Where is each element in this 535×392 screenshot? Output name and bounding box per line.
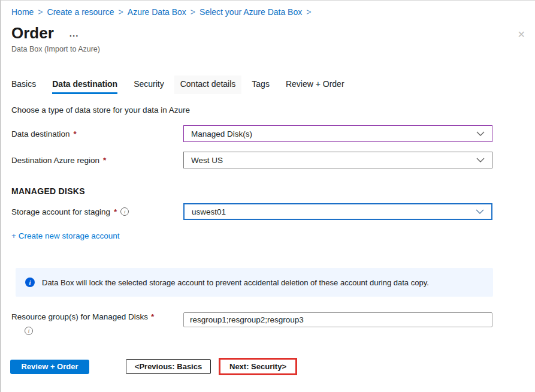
previous-basics-button[interactable]: <Previous: Basics	[126, 359, 211, 374]
dropdown-value: Managed Disk(s)	[191, 129, 252, 138]
page-title: Order	[11, 24, 54, 42]
region-row: Destination Azure region * West US	[11, 152, 535, 168]
region-label: Destination Azure region *	[11, 156, 183, 165]
resource-groups-row: Resource group(s) for Managed Disks * i	[11, 312, 535, 335]
next-security-button[interactable]: Next: Security>	[219, 358, 297, 375]
chevron-down-icon	[476, 209, 484, 214]
intro-text: Choose a type of data store for your dat…	[11, 105, 535, 114]
region-dropdown[interactable]: West US	[183, 152, 492, 168]
breadcrumb-separator: >	[306, 7, 311, 17]
resource-groups-label: Resource group(s) for Managed Disks * i	[11, 312, 183, 335]
required-marker: *	[114, 207, 117, 216]
page-subtitle: Data Box (Import to Azure)	[11, 45, 535, 53]
data-destination-dropdown[interactable]: Managed Disk(s)	[183, 125, 492, 142]
required-marker: *	[151, 312, 154, 321]
tab-data-destination[interactable]: Data destination	[52, 76, 117, 94]
tab-bar: Basics Data destination Security Contact…	[11, 76, 535, 94]
breadcrumb-create-resource[interactable]: Create a resource	[47, 7, 114, 17]
staging-account-row: Storage account for staging * i uswest01	[11, 203, 535, 220]
info-icon[interactable]: i	[25, 327, 33, 335]
data-destination-label: Data destination *	[11, 129, 183, 138]
tab-tags[interactable]: Tags	[252, 76, 270, 94]
label-text: Data destination	[11, 129, 70, 138]
breadcrumb: Home>Create a resource>Azure Data Box>Se…	[11, 1, 535, 17]
staging-account-dropdown[interactable]: uswest01	[183, 203, 492, 220]
breadcrumb-separator: >	[38, 7, 43, 17]
info-banner: i Data Box will lock the selected storag…	[16, 268, 493, 297]
label-text: Resource group(s) for Managed Disks	[11, 312, 148, 321]
title-row: Order ...	[11, 24, 535, 42]
chevron-down-icon	[476, 158, 485, 162]
tab-review-order[interactable]: Review + Order	[286, 76, 344, 94]
info-icon[interactable]: i	[120, 207, 129, 216]
dropdown-value: West US	[191, 156, 223, 165]
staging-account-label: Storage account for staging * i	[11, 207, 183, 216]
create-storage-account-link[interactable]: + Create new storage account	[11, 231, 535, 240]
info-banner-icon: i	[25, 278, 35, 287]
resource-groups-input[interactable]	[183, 312, 492, 327]
required-marker: *	[103, 156, 106, 165]
close-icon[interactable]: ✕	[518, 29, 525, 40]
more-options-icon[interactable]: ...	[69, 28, 79, 38]
info-banner-text: Data Box will lock the selected storage …	[42, 278, 429, 287]
required-marker: *	[74, 129, 77, 138]
breadcrumb-home[interactable]: Home	[11, 7, 34, 17]
breadcrumb-azure-data-box[interactable]: Azure Data Box	[128, 7, 186, 17]
chevron-down-icon	[476, 131, 485, 136]
review-order-button[interactable]: Review + Order	[10, 360, 89, 374]
breadcrumb-separator: >	[119, 7, 123, 17]
breadcrumb-separator: >	[191, 7, 195, 17]
label-text: Storage account for staging	[11, 207, 110, 216]
label-text: Destination Azure region	[11, 156, 99, 165]
footer-actions: Review + Order <Previous: Basics Next: S…	[11, 358, 535, 375]
managed-disks-section-header: MANAGED DISKS	[11, 186, 535, 196]
breadcrumb-select-data-box[interactable]: Select your Azure Data Box	[200, 7, 302, 17]
tab-security[interactable]: Security	[134, 76, 164, 94]
page-content: Home>Create a resource>Azure Data Box>Se…	[1, 1, 535, 375]
data-destination-row: Data destination * Managed Disk(s)	[11, 125, 535, 142]
tab-contact-details[interactable]: Contact details	[174, 76, 242, 94]
dropdown-value: uswest01	[192, 207, 226, 216]
tab-basics[interactable]: Basics	[11, 76, 36, 94]
